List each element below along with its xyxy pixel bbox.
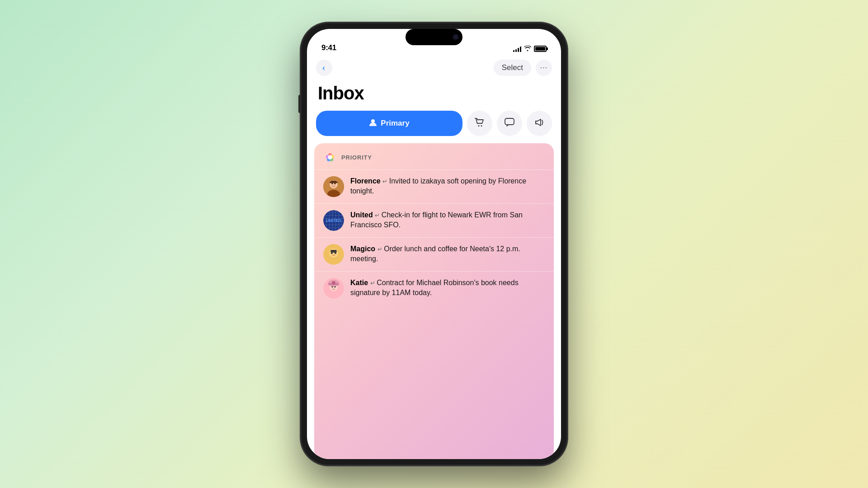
email-content-magico: Magico ↵ Order lunch and coffee for Neet… [350,244,545,264]
battery-icon [534,46,547,52]
email-content-florence: Florence ↵ Invited to izakaya soft openi… [350,176,545,197]
svg-point-18 [331,252,333,254]
page-title-section: Inbox [307,81,561,111]
bubble-icon [505,118,514,129]
phone-wrapper: 9:41 [301,23,567,465]
wifi-icon [524,45,531,52]
tab-messages[interactable] [497,111,522,136]
email-content-katie: Katie ↵ Contract for Michael Robinson's … [350,278,545,298]
select-button[interactable]: Select [494,60,531,76]
svg-point-25 [331,286,333,288]
megaphone-icon [534,118,544,129]
avatar-magico [323,244,344,265]
battery-fill [535,47,545,51]
tab-primary-label: Primary [381,119,409,128]
signal-bars-icon [513,46,521,52]
svg-rect-3 [505,118,514,125]
back-button[interactable]: ‹ [316,60,332,76]
avatar-united: UNITED [323,210,344,231]
page-title: Inbox [318,83,550,103]
priority-header: PRIORITY [314,143,554,169]
email-preview-magico: Order lunch and coffee for Neeta's 12 p.… [350,245,520,263]
back-chevron-icon: ‹ [322,63,325,73]
phone-screen: 9:41 [307,29,561,459]
cart-icon [475,118,485,129]
email-subject-united: United ↵ Check-in for flight to Newark E… [350,210,545,230]
arrow-icon-magico: ↵ [377,246,384,253]
email-content-united: United ↵ Check-in for flight to Newark E… [350,210,545,230]
sender-katie: Katie [350,279,368,286]
more-dots-icon: ··· [540,64,547,72]
email-list: Florence ↵ Invited to izakaya soft openi… [314,169,554,305]
arrow-icon-united: ↵ [375,212,382,219]
phone-frame: 9:41 [301,23,567,465]
more-button[interactable]: ··· [536,60,552,76]
email-item-katie[interactable]: Katie ↵ Contract for Michael Robinson's … [314,271,554,305]
email-item-florence[interactable]: Florence ↵ Invited to izakaya soft openi… [314,169,554,203]
svg-point-19 [335,252,336,254]
nav-bar: ‹ Select ··· [307,56,561,81]
signal-bar-3 [518,48,519,52]
sender-united: United [350,211,373,219]
tab-primary[interactable]: Primary [316,111,462,136]
dynamic-island [406,29,462,45]
email-subject-florence: Florence ↵ Invited to izakaya soft openi… [350,176,545,197]
primary-person-icon [369,118,377,129]
priority-section: PRIORITY [314,143,554,459]
tab-bar: Primary [307,111,561,143]
sender-magico: Magico [350,245,375,253]
svg-point-2 [481,125,482,127]
email-item-united[interactable]: UNITED United ↵ Check-in for flight to N… [314,203,554,237]
tab-shopping[interactable] [467,111,492,136]
svg-point-24 [332,281,335,285]
email-item-magico[interactable]: Magico ↵ Order lunch and coffee for Neet… [314,237,554,271]
signal-bar-2 [515,49,517,52]
camera-dot [453,35,458,39]
select-label: Select [502,63,523,72]
avatar-florence [323,176,344,197]
arrow-icon-florence: ↵ [382,178,389,185]
priority-icon [323,150,337,164]
nav-actions: Select ··· [494,60,552,76]
signal-bar-1 [513,50,514,52]
arrow-icon-katie: ↵ [370,280,377,286]
svg-point-9 [328,155,332,160]
svg-point-0 [371,119,375,123]
avatar-katie [323,278,344,299]
svg-point-1 [478,125,480,127]
svg-point-26 [334,286,336,288]
status-icons [513,45,547,52]
sender-florence: Florence [350,177,381,185]
email-subject-katie: Katie ↵ Contract for Michael Robinson's … [350,278,545,298]
status-time: 9:41 [321,43,336,52]
email-subject-magico: Magico ↵ Order lunch and coffee for Neet… [350,244,545,264]
priority-label: PRIORITY [341,154,372,161]
tab-promotions[interactable] [527,111,552,136]
signal-bar-4 [520,47,521,52]
